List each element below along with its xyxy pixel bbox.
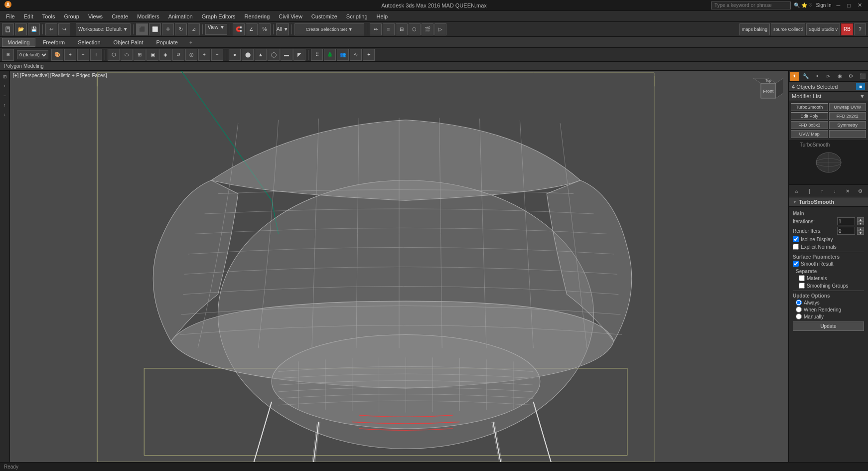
tab-freeform[interactable]: Freeform (37, 38, 71, 47)
menu-civil-view[interactable]: Civil View (275, 12, 306, 20)
reference-dropdown[interactable]: View ▼ (205, 24, 227, 35)
selection-filter[interactable]: All ▼ (276, 23, 289, 35)
smoothing-groups-checkbox[interactable] (799, 283, 805, 289)
sphere-btn[interactable]: ● (229, 49, 241, 61)
sign-in-link[interactable]: Sign In (816, 2, 831, 8)
layer-icon-4[interactable]: ↑ (90, 49, 102, 61)
menu-animation[interactable]: Animation (164, 12, 197, 20)
isoline-checkbox[interactable] (793, 236, 799, 242)
pyramid-btn[interactable]: ◤ (293, 49, 305, 61)
mod-uvwmap[interactable]: UVW Map (791, 130, 828, 138)
smooth-result-checkbox[interactable] (793, 261, 799, 267)
menu-rendering[interactable]: Rendering (241, 12, 274, 20)
layer-icon-1[interactable]: 🎨 (51, 49, 63, 61)
mod-turbosm[interactable]: TurboSmooth (791, 103, 828, 111)
menu-tools[interactable]: Tools (38, 12, 59, 20)
menu-views[interactable]: Views (84, 12, 107, 20)
update-button[interactable]: Update (793, 321, 864, 331)
crowd-btn[interactable]: 👥 (337, 49, 349, 61)
render-setup[interactable]: 🎬 (422, 23, 434, 35)
tree-btn[interactable]: 🌲 (324, 49, 336, 61)
display-panel-icon[interactable]: ◉ (835, 72, 844, 81)
workspace-dropdown[interactable]: Workspace: Default ▼ (76, 23, 131, 35)
render-iters-up[interactable]: ▲ (857, 227, 864, 231)
tab-populate[interactable]: Populate (150, 38, 183, 47)
motion-panel-icon[interactable]: ⊳ (824, 72, 833, 81)
turbosmooth-header[interactable]: ▼ TurboSmooth (789, 197, 868, 207)
panel-up-icon[interactable]: ↑ (818, 186, 827, 195)
iterations-input[interactable] (837, 217, 855, 225)
nav-cube[interactable]: Front Top (753, 76, 783, 106)
menu-graph-editors[interactable]: Graph Editors (198, 12, 240, 20)
source-collect[interactable]: source Collecti (771, 23, 805, 35)
left-icon-4[interactable]: ↑ (1, 101, 9, 109)
minimize-button[interactable]: ─ (835, 2, 843, 8)
hierarchy-panel-icon[interactable]: ⚬ (813, 72, 822, 81)
left-icon-1[interactable]: ⊞ (1, 73, 9, 81)
menu-scripting[interactable]: Scripting (342, 12, 372, 20)
menu-create[interactable]: Create (108, 12, 132, 20)
scale-button[interactable]: ⊿ (188, 23, 200, 35)
rotate-button[interactable]: ↻ (175, 23, 187, 35)
tab-modeling[interactable]: Modeling (2, 38, 35, 47)
create-panel-icon[interactable]: ✦ (790, 72, 799, 81)
redo-button[interactable]: ↪ (58, 23, 70, 35)
material-editor[interactable]: ⬡ (409, 23, 421, 35)
utilities-panel-icon[interactable]: ⚙ (847, 72, 856, 81)
quick-render[interactable]: ▷ (434, 23, 446, 35)
mod-editpoly[interactable]: Edit Poly (791, 112, 828, 120)
particle-btn[interactable]: ✦ (363, 49, 375, 61)
materials-checkbox[interactable] (799, 275, 805, 281)
angle-snap[interactable]: ∠ (246, 23, 258, 35)
layer-icon-2[interactable]: + (64, 49, 76, 61)
viewport[interactable]: [+] [Perspective] [Realistic + Edged Fac… (10, 71, 788, 471)
open-button[interactable]: 📂 (15, 23, 27, 35)
modifier-list-arrow[interactable]: ▼ (860, 93, 865, 99)
geometry-btn[interactable]: ⬡ (108, 49, 120, 61)
layer-select[interactable]: 0 (default) (17, 50, 48, 59)
panel-home-icon[interactable]: ⌂ (792, 186, 801, 195)
layer-manager[interactable]: ⊟ (396, 23, 408, 35)
maximize-button[interactable]: □ (845, 2, 853, 8)
left-icon-2[interactable]: + (1, 82, 9, 90)
when-rendering-radio[interactable] (796, 307, 802, 313)
menu-group[interactable]: Group (60, 12, 83, 20)
edge-btn[interactable]: ◈ (159, 49, 171, 61)
scatter-btn[interactable]: ⠿ (311, 49, 323, 61)
render-iters-input[interactable] (837, 227, 855, 235)
explicit-checkbox[interactable] (793, 244, 799, 250)
panel-delete-icon[interactable]: ✕ (843, 186, 852, 195)
comp-btn[interactable]: ⊞ (134, 49, 145, 61)
manually-radio[interactable] (796, 314, 802, 319)
mod-symmetry[interactable]: Symmetry (829, 121, 867, 129)
menu-file[interactable]: File (2, 12, 19, 20)
undo-button[interactable]: ↩ (45, 23, 57, 35)
plane-btn[interactable]: ▬ (281, 49, 292, 61)
cylinder-btn[interactable]: ⬤ (242, 49, 254, 61)
extra-panel-icon[interactable]: ⬛ (858, 72, 867, 81)
render-iters-down[interactable]: ▼ (857, 231, 864, 235)
mod-ffd3x3x3[interactable]: FFD 3x3x3 (791, 121, 828, 129)
new-button[interactable] (2, 23, 14, 35)
percent-snap[interactable]: % (259, 23, 271, 35)
hair-btn[interactable]: ∿ (350, 49, 362, 61)
maps-baking[interactable]: maps baking (739, 23, 770, 35)
menu-help[interactable]: Help (373, 12, 392, 20)
question-button[interactable]: ? (854, 23, 866, 35)
modify-panel-icon[interactable]: 🔧 (801, 72, 810, 81)
close-button[interactable]: ✕ (856, 2, 864, 8)
panel-pin-icon[interactable]: | (805, 186, 814, 195)
iterations-up[interactable]: ▲ (857, 217, 864, 221)
search-input[interactable] (711, 1, 791, 9)
ring-btn[interactable]: ◎ (185, 49, 197, 61)
sec-btn-1[interactable]: ⊞ (2, 49, 14, 61)
tab-object-paint[interactable]: Object Paint (108, 38, 149, 47)
create-selection-set[interactable]: Create Selection Set ▼ (294, 23, 364, 35)
menu-modifiers[interactable]: Modifiers (133, 12, 163, 20)
snap-toggle[interactable]: 🧲 (233, 23, 245, 35)
rb-button[interactable]: RB (841, 23, 853, 35)
layer-icon-3[interactable]: − (77, 49, 89, 61)
panel-config-icon[interactable]: ⚙ (856, 186, 865, 195)
always-radio[interactable] (796, 300, 802, 306)
mirror-button[interactable]: ⇔ (370, 23, 382, 35)
